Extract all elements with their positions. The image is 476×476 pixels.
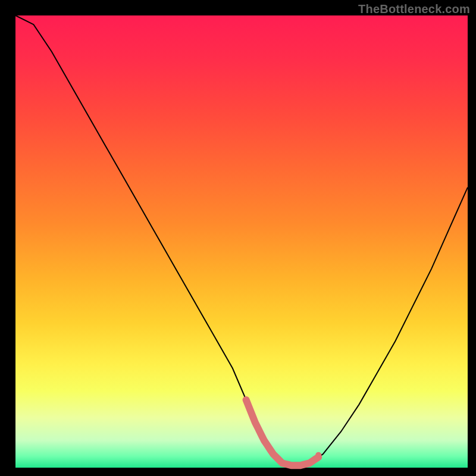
- plot-background: [15, 15, 468, 468]
- spike-marker: [315, 452, 321, 458]
- bottleneck-chart: [0, 0, 476, 476]
- chart-stage: TheBottleneck.com: [0, 0, 476, 476]
- watermark-text: TheBottleneck.com: [358, 2, 470, 16]
